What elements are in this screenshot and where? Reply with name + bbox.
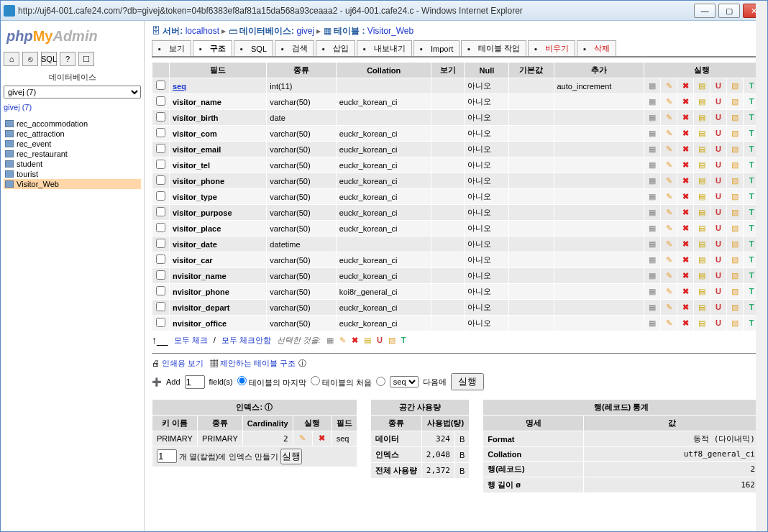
edit-icon[interactable] (664, 303, 674, 313)
drop-icon[interactable] (680, 145, 690, 155)
tab-import[interactable]: ▪Import (413, 40, 460, 56)
sidebar-table-rec_attraction[interactable]: rec_attraction (4, 129, 141, 139)
edit-icon[interactable] (664, 208, 674, 218)
primary-icon[interactable] (697, 129, 707, 139)
add-end-radio[interactable] (237, 376, 247, 385)
index-icon[interactable] (730, 271, 740, 281)
drop-icon[interactable] (680, 271, 690, 281)
fulltext-icon[interactable] (746, 224, 756, 234)
index-icon[interactable] (730, 255, 740, 265)
drop-icon[interactable] (680, 176, 690, 186)
row-checkbox[interactable] (156, 254, 165, 264)
drop-icon[interactable] (680, 255, 690, 265)
primary-icon[interactable] (697, 303, 707, 313)
drop-icon[interactable] (680, 160, 690, 170)
primary-icon[interactable] (697, 208, 707, 218)
unique-icon[interactable] (713, 97, 723, 107)
tab-검색[interactable]: ▪검색 (275, 40, 314, 56)
browse-icon[interactable] (647, 160, 657, 170)
index-icon[interactable] (730, 303, 740, 313)
unique-icon[interactable] (713, 224, 723, 234)
row-checkbox[interactable] (156, 96, 165, 106)
drop-icon[interactable] (680, 239, 690, 249)
browse-icon[interactable] (647, 81, 657, 91)
row-checkbox[interactable] (156, 81, 165, 90)
edit-icon[interactable] (664, 239, 674, 249)
primary-icon[interactable] (697, 224, 707, 234)
minimize-button[interactable]: — (694, 4, 716, 18)
browse-icon[interactable] (647, 287, 657, 297)
browse-icon[interactable] (647, 255, 657, 265)
home-icon[interactable]: ⌂ (4, 52, 19, 66)
edit-icon[interactable] (664, 224, 674, 234)
drop-icon[interactable] (680, 97, 690, 107)
tab-내보내기[interactable]: ▪내보내기 (357, 40, 412, 56)
database-link[interactable]: givej (7) (4, 103, 32, 111)
index-icon[interactable] (730, 224, 740, 234)
row-checkbox[interactable] (156, 175, 165, 185)
help-icon[interactable]: ⓘ (298, 359, 306, 367)
row-checkbox[interactable] (156, 302, 165, 311)
row-checkbox[interactable] (156, 160, 165, 169)
add-after-select[interactable]: seq (390, 376, 419, 387)
edit-icon[interactable] (664, 81, 674, 91)
row-checkbox[interactable] (156, 270, 165, 280)
edit-icon[interactable] (664, 113, 674, 123)
tab-비우기[interactable]: ▪비우기 (528, 40, 575, 56)
primary-icon[interactable] (697, 255, 707, 265)
primary-icon[interactable] (697, 239, 707, 249)
tab-구조[interactable]: ▪구조 (193, 40, 232, 56)
propose-structure-link[interactable]: 제안하는 테이블 구조 (220, 359, 296, 367)
browse-icon[interactable] (647, 176, 657, 186)
index-icon[interactable] (730, 208, 740, 218)
tab-보기[interactable]: ▪보기 (152, 40, 191, 56)
sidebar-table-rec_event[interactable]: rec_event (4, 139, 141, 149)
primary-icon[interactable] (697, 81, 707, 91)
row-checkbox[interactable] (156, 112, 165, 121)
primary-icon[interactable] (697, 271, 707, 281)
add-begin-radio[interactable] (311, 376, 320, 385)
fulltext-icon[interactable] (746, 97, 756, 107)
primary-icon[interactable] (697, 192, 707, 202)
index-icon[interactable] (730, 97, 740, 107)
drop-icon[interactable] (680, 303, 690, 313)
tab-sql[interactable]: ▪SQL (234, 40, 273, 56)
index-icon[interactable] (730, 160, 740, 170)
edit-icon[interactable] (664, 160, 674, 170)
unique-icon[interactable] (713, 287, 723, 297)
unique-icon[interactable] (713, 271, 723, 281)
edit-icon[interactable] (664, 97, 674, 107)
row-checkbox[interactable] (156, 318, 165, 327)
unique-icon[interactable] (713, 145, 723, 155)
uncheck-all-link[interactable]: 모두 체크안함 (221, 335, 271, 346)
add-go-button[interactable]: 실행 (451, 373, 484, 390)
primary-icon[interactable] (697, 160, 707, 170)
maximize-button[interactable]: ▢ (718, 4, 740, 18)
browse-icon[interactable] (647, 208, 657, 218)
row-checkbox[interactable] (156, 223, 165, 232)
help-icon[interactable]: ⓘ (265, 403, 273, 411)
row-checkbox[interactable] (156, 191, 165, 201)
drop-selected-icon[interactable] (352, 336, 358, 345)
unique-icon[interactable] (713, 303, 723, 313)
edit-icon[interactable] (664, 192, 674, 202)
primary-icon[interactable] (697, 318, 707, 329)
fulltext-icon[interactable] (746, 239, 756, 249)
vertical-scrollbar[interactable] (756, 1, 767, 531)
print-view-link[interactable]: 인쇄용 보기 (162, 359, 204, 367)
index-icon[interactable] (730, 145, 740, 155)
row-checkbox[interactable] (156, 128, 165, 137)
fulltext-icon[interactable] (746, 145, 756, 155)
tab-삽입[interactable]: ▪삽입 (316, 40, 355, 56)
index-icon[interactable] (730, 176, 740, 186)
fulltext-icon[interactable] (746, 255, 756, 265)
unique-icon[interactable] (713, 160, 723, 170)
fulltext-icon[interactable] (746, 176, 756, 186)
browse-icon[interactable] (647, 239, 657, 249)
unique-icon[interactable] (713, 129, 723, 139)
tab-테이블 작업[interactable]: ▪테이블 작업 (461, 40, 526, 56)
tab-삭제[interactable]: ▪삭제 (577, 40, 616, 56)
primary-icon[interactable] (697, 145, 707, 155)
fulltext-icon[interactable] (746, 271, 756, 281)
check-all-link[interactable]: 모두 체크 (174, 335, 208, 346)
